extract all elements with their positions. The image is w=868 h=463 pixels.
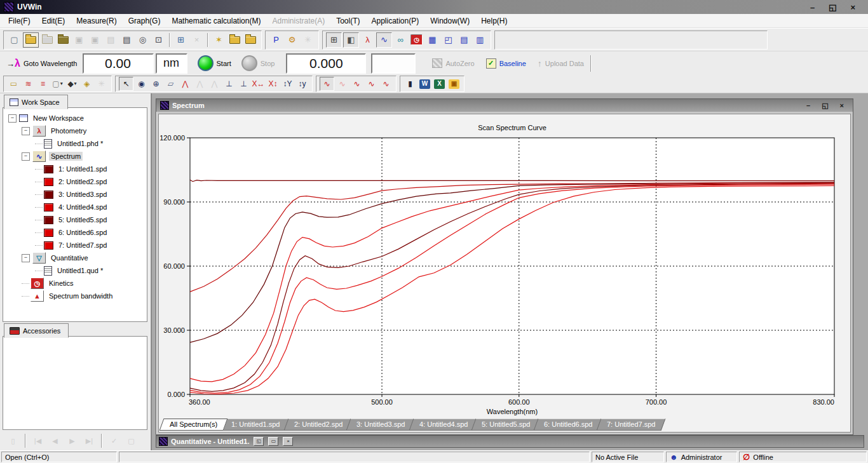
page-setup-icon[interactable]: ⊡ <box>151 33 166 47</box>
tree-item-3-untitled3-spd[interactable]: 3: Untitled3.spd <box>6 188 147 201</box>
print-preview-icon[interactable]: ◎ <box>135 33 150 47</box>
spectrum-tab-3-untitled3-spd[interactable]: 3: Untitled3.spd <box>346 419 416 431</box>
tree-item-7-untitled7-spd[interactable]: 7: Untitled7.spd <box>6 239 147 252</box>
ruler-icon[interactable]: ▭ <box>7 77 20 90</box>
expand-y-icon[interactable]: ↕Y <box>281 77 294 90</box>
cascade-windows-icon[interactable]: ◰ <box>441 33 456 47</box>
print-icon[interactable]: ▤ <box>119 33 134 47</box>
horizontal-marker-icon[interactable]: ⊥ <box>237 77 250 90</box>
region-tool-icon[interactable]: ▢▾ <box>51 77 64 90</box>
fill-color-icon[interactable]: ◆▾ <box>65 77 79 90</box>
quantitative-maximize-button[interactable]: ▭ <box>268 437 278 446</box>
curve-colors-icon[interactable]: ≋ <box>22 77 35 90</box>
open-workspace-icon[interactable] <box>56 33 71 47</box>
spectrum-tab-2-untitled2-spd[interactable]: 2: Untitled2.spd <box>283 419 353 431</box>
spectrum-minimize-button[interactable]: – <box>806 102 810 110</box>
menu-application-p[interactable]: Application(P) <box>365 15 424 27</box>
curve-style-point-icon[interactable]: ∿ <box>365 77 378 90</box>
export-image-icon[interactable]: ▣ <box>449 79 459 89</box>
menu-window-w[interactable]: Window(W) <box>424 15 475 27</box>
window-restore-button[interactable]: ◱ <box>829 3 836 11</box>
goto-wavelength-tool-icon[interactable]: λ <box>360 33 375 47</box>
window-minimize-button[interactable]: – <box>810 3 815 11</box>
tree-item-spectrum-bandwidth[interactable]: ▲Spectrum bandwidth <box>6 290 147 302</box>
shield-3d-icon[interactable]: ◈ <box>80 77 93 90</box>
baseline-button[interactable]: ✓ Baseline <box>486 58 526 69</box>
spectrum-tab-1-untitled1-spd[interactable]: 1: Untitled1.spd <box>221 419 290 431</box>
spectrum-window-titlebar[interactable]: Spectrum – ◱ × <box>156 99 853 112</box>
tree-expander[interactable]: − <box>22 127 30 135</box>
send-report-icon[interactable]: ▮ <box>403 77 417 90</box>
menu-measure-r[interactable]: Measure(R) <box>71 15 122 27</box>
tree-item-untitled1-phd[interactable]: Untitled1.phd * <box>6 137 147 150</box>
tile-vertical-icon[interactable]: ▥ <box>473 33 487 47</box>
goto-wavelength-label[interactable]: Goto Wavelength <box>24 60 78 67</box>
tree-item-5-untitled5-spd[interactable]: 5: Untitled5.spd <box>6 213 147 226</box>
tree-item-spectrum[interactable]: −∿Spectrum <box>6 150 147 163</box>
tree-item-1-untitled1-spd[interactable]: 1: Untitled1.spd <box>6 163 147 175</box>
menu-tool-t[interactable]: Tool(T) <box>330 15 365 27</box>
tile-horizontal-icon[interactable]: ▤ <box>457 33 471 47</box>
new-measurement-icon[interactable]: ✶ <box>212 33 226 47</box>
export-excel-icon[interactable]: X <box>434 79 445 89</box>
tree-item-6-untitled6-spd[interactable]: 6: Untitled6.spd <box>6 226 147 239</box>
zoom-in-out-icon[interactable]: ⊕ <box>149 77 163 90</box>
menu-mathematic-calculation-m[interactable]: Mathematic calculation(M) <box>166 15 266 27</box>
menu-graph-g[interactable]: Graph(G) <box>123 15 166 27</box>
accessories-toggle-icon[interactable]: ◧ <box>343 32 359 48</box>
tree-item-kinetics[interactable]: ◷Kinetics <box>6 277 147 290</box>
copy-icon[interactable]: ⊞ <box>173 33 188 47</box>
open-file-icon[interactable] <box>23 32 39 48</box>
tree-item-untitled1-qud[interactable]: Untitled1.qud * <box>6 264 147 277</box>
tree-expander[interactable]: − <box>22 254 30 262</box>
compress-y-icon[interactable]: ↕y <box>295 77 309 90</box>
data-points-icon[interactable]: ≡ <box>36 77 50 90</box>
quantitative-module-icon[interactable]: ▦ <box>425 33 440 47</box>
accessories-tab[interactable]: Accessories <box>4 323 69 338</box>
spectrum-module-icon[interactable]: ∿ <box>376 32 392 48</box>
import-data-folder-icon[interactable] <box>227 33 242 47</box>
curve-style-solid-icon[interactable]: ∿ <box>320 77 334 91</box>
quantitative-close-button[interactable]: × <box>283 437 293 446</box>
spectrum-tab-4-untitled4-spd[interactable]: 4: Untitled4.spd <box>409 419 478 431</box>
tree-expander[interactable]: − <box>8 114 17 123</box>
photometry-module-icon[interactable]: ∞ <box>393 33 408 47</box>
tree-item-2-untitled2-spd[interactable]: 2: Untitled2.spd <box>6 175 147 188</box>
export-word-icon[interactable]: W <box>419 79 430 89</box>
quantitative-restore-button[interactable]: ◱ <box>254 437 264 446</box>
start-button[interactable]: Start <box>198 55 231 71</box>
tree-item-4-untitled4-spd[interactable]: 4: Untitled4.spd <box>6 201 147 213</box>
curve-style-marker-icon[interactable]: ∿ <box>350 77 363 90</box>
quantitative-minimized-window[interactable]: Quantitative - Untitled1. ◱ ▭ × <box>156 435 864 448</box>
curve-style-dash-icon[interactable]: ∿ <box>336 77 349 90</box>
spectrum-tab-7-untitled7-spd[interactable]: 7: Untitled7.spd <box>596 419 665 431</box>
export-data-folder-icon[interactable] <box>243 33 258 47</box>
menu-file-f[interactable]: File(F) <box>3 15 36 27</box>
compress-x-icon[interactable]: X↕ <box>266 77 280 90</box>
new-file-icon[interactable]: ▢ <box>7 33 22 47</box>
tree-item-photometry[interactable]: −λPhotometry <box>6 124 147 137</box>
workspace-tree-toggle-icon[interactable]: ⊞ <box>326 32 342 48</box>
window-close-button[interactable]: × <box>850 3 855 11</box>
zoom-region-icon[interactable]: ◉ <box>135 77 148 90</box>
peak-pick-icon[interactable]: ⋀ <box>179 77 192 90</box>
spectrum-close-button[interactable]: × <box>840 102 844 110</box>
vertical-marker-icon[interactable]: ⊥ <box>222 77 236 90</box>
menu-edit-e[interactable]: Edit(E) <box>36 15 71 27</box>
expand-x-icon[interactable]: X↔ <box>252 77 265 90</box>
pointer-icon[interactable]: ↖ <box>119 77 133 91</box>
kinetics-module-icon[interactable]: ◷ <box>410 34 423 45</box>
tree-expander[interactable]: − <box>22 152 30 161</box>
spectrum-tab-6-untitled6-spd[interactable]: 6: Untitled6.spd <box>534 419 603 431</box>
menu-help-h[interactable]: Help(H) <box>475 15 513 27</box>
instrument-setup-icon[interactable]: P <box>269 33 283 47</box>
spectrum-restore-button[interactable]: ◱ <box>822 102 828 110</box>
spectrum-tab-all-spectrum-s[interactable]: All Spectrum(s) <box>159 419 228 431</box>
tree-item-quantitative[interactable]: −▽Quantitative <box>6 252 147 264</box>
label-tool-icon[interactable]: ▱ <box>164 77 177 90</box>
tree-item-new-workspace[interactable]: −New Workspace <box>6 112 147 124</box>
curve-style-bold-icon[interactable]: ∿ <box>379 77 393 90</box>
spectrum-tab-5-untitled5-spd[interactable]: 5: Untitled5.spd <box>471 419 540 431</box>
accessories-list[interactable] <box>3 336 147 430</box>
workspace-tab[interactable]: Work Space <box>4 95 68 109</box>
